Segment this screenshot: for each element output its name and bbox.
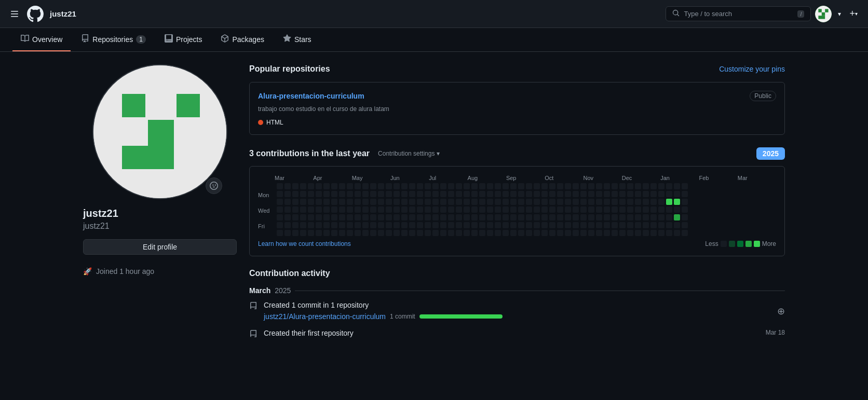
graph-cell[interactable] — [658, 222, 664, 228]
graph-cell[interactable] — [284, 199, 291, 205]
graph-cell[interactable] — [409, 222, 415, 228]
graph-cell[interactable] — [386, 230, 392, 236]
graph-cell[interactable] — [479, 230, 485, 236]
graph-cell[interactable] — [682, 214, 688, 220]
graph-cell[interactable] — [409, 214, 415, 220]
graph-cell[interactable] — [370, 199, 376, 205]
graph-cell[interactable] — [534, 191, 540, 197]
graph-cell[interactable] — [674, 214, 680, 220]
graph-cell[interactable] — [456, 222, 462, 228]
graph-cell[interactable] — [339, 183, 345, 189]
graph-cell[interactable] — [339, 222, 345, 228]
graph-cell[interactable] — [619, 214, 626, 220]
graph-cell[interactable] — [510, 199, 517, 205]
graph-cell[interactable] — [674, 199, 680, 205]
graph-cell[interactable] — [479, 191, 485, 197]
graph-cell[interactable] — [277, 199, 283, 205]
graph-cell[interactable] — [627, 183, 633, 189]
graph-cell[interactable] — [573, 214, 579, 220]
graph-cell[interactable] — [487, 214, 493, 220]
graph-cell[interactable] — [650, 222, 657, 228]
graph-cell[interactable] — [573, 230, 579, 236]
tab-projects[interactable]: Projects — [156, 28, 211, 51]
graph-cell[interactable] — [549, 222, 555, 228]
graph-cell[interactable] — [534, 222, 540, 228]
graph-cell[interactable] — [495, 214, 501, 220]
graph-cell[interactable] — [370, 222, 376, 228]
graph-cell[interactable] — [409, 206, 415, 213]
graph-cell[interactable] — [643, 191, 649, 197]
graph-cell[interactable] — [510, 230, 517, 236]
graph-cell[interactable] — [627, 191, 633, 197]
graph-cell[interactable] — [292, 206, 299, 213]
graph-cell[interactable] — [386, 222, 392, 228]
graph-cell[interactable] — [588, 199, 594, 205]
graph-cell[interactable] — [347, 222, 353, 228]
graph-cell[interactable] — [612, 214, 618, 220]
graph-cell[interactable] — [518, 183, 524, 189]
graph-cell[interactable] — [643, 222, 649, 228]
graph-cell[interactable] — [323, 214, 330, 220]
graph-cell[interactable] — [627, 222, 633, 228]
graph-cell[interactable] — [573, 183, 579, 189]
graph-cell[interactable] — [580, 222, 587, 228]
graph-cell[interactable] — [479, 183, 485, 189]
graph-cell[interactable] — [378, 214, 384, 220]
graph-cell[interactable] — [518, 199, 524, 205]
graph-cell[interactable] — [401, 222, 408, 228]
graph-cell[interactable] — [355, 199, 361, 205]
graph-cell[interactable] — [409, 191, 415, 197]
graph-cell[interactable] — [308, 206, 314, 213]
graph-cell[interactable] — [557, 222, 563, 228]
graph-cell[interactable] — [355, 222, 361, 228]
graph-cell[interactable] — [448, 222, 454, 228]
graph-cell[interactable] — [417, 222, 423, 228]
graph-cell[interactable] — [666, 199, 672, 205]
graph-cell[interactable] — [331, 230, 337, 236]
graph-cell[interactable] — [666, 206, 672, 213]
graph-cell[interactable] — [448, 191, 454, 197]
graph-cell[interactable] — [557, 206, 563, 213]
graph-cell[interactable] — [284, 183, 291, 189]
graph-cell[interactable] — [565, 183, 571, 189]
hamburger-menu-button[interactable] — [8, 8, 21, 20]
graph-cell[interactable] — [526, 183, 532, 189]
graph-cell[interactable] — [456, 214, 462, 220]
graph-cell[interactable] — [370, 206, 376, 213]
graph-cell[interactable] — [300, 222, 306, 228]
graph-cell[interactable] — [510, 214, 517, 220]
graph-cell[interactable] — [580, 183, 587, 189]
graph-cell[interactable] — [440, 230, 446, 236]
graph-cell[interactable] — [464, 222, 470, 228]
graph-cell[interactable] — [425, 183, 431, 189]
graph-cell[interactable] — [573, 191, 579, 197]
graph-cell[interactable] — [526, 230, 532, 236]
graph-cell[interactable] — [292, 230, 299, 236]
graph-cell[interactable] — [284, 206, 291, 213]
graph-cell[interactable] — [323, 206, 330, 213]
graph-cell[interactable] — [448, 214, 454, 220]
graph-cell[interactable] — [417, 191, 423, 197]
graph-cell[interactable] — [464, 191, 470, 197]
contribution-settings-button[interactable]: Contribution settings ▾ — [378, 150, 440, 157]
graph-cell[interactable] — [674, 222, 680, 228]
graph-cell[interactable] — [495, 183, 501, 189]
graph-cell[interactable] — [440, 206, 446, 213]
graph-cell[interactable] — [456, 183, 462, 189]
graph-cell[interactable] — [401, 183, 408, 189]
graph-cell[interactable] — [643, 206, 649, 213]
graph-cell[interactable] — [604, 183, 610, 189]
graph-cell[interactable] — [495, 230, 501, 236]
graph-cell[interactable] — [503, 222, 509, 228]
graph-cell[interactable] — [355, 191, 361, 197]
graph-cell[interactable] — [534, 183, 540, 189]
graph-cell[interactable] — [635, 214, 641, 220]
graph-cell[interactable] — [355, 230, 361, 236]
graph-cell[interactable] — [347, 183, 353, 189]
graph-cell[interactable] — [448, 206, 454, 213]
graph-cell[interactable] — [541, 191, 548, 197]
graph-cell[interactable] — [627, 206, 633, 213]
graph-cell[interactable] — [277, 222, 283, 228]
graph-cell[interactable] — [682, 222, 688, 228]
graph-cell[interactable] — [619, 199, 626, 205]
